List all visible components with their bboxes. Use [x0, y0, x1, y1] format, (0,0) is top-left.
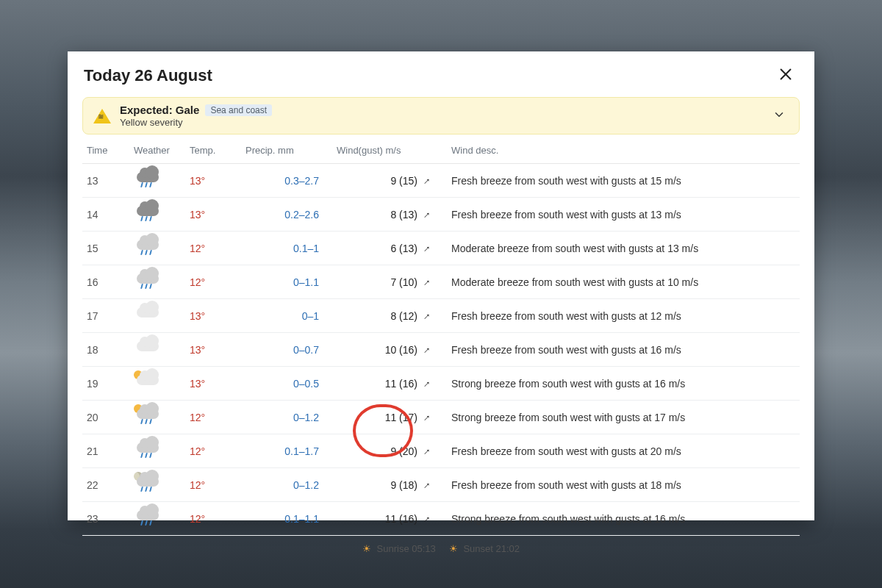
cell-time: 21: [82, 434, 129, 468]
table-row: 2112°0.1–1.79 (20)↑Fresh breeze from sou…: [82, 434, 800, 468]
cell-wind-desc: Fresh breeze from south west with gusts …: [447, 299, 800, 333]
cell-time: 20: [82, 401, 129, 434]
cell-weather: [129, 232, 185, 265]
cell-weather: [129, 198, 185, 232]
cell-wind-desc: Strong breeze from south west with gusts…: [447, 502, 800, 536]
col-temp: Temp.: [185, 140, 241, 164]
table-header-row: Time Weather Temp. Precip. mm Wind(gust)…: [82, 140, 800, 164]
sun-times: ☀ Sunrise 05:13 ☀ Sunset 21:02: [68, 543, 814, 554]
cell-wind-desc: Fresh breeze from south west with gusts …: [447, 198, 800, 232]
cell-wind: 9 (15): [332, 164, 420, 198]
cell-temp: 13°: [185, 367, 241, 401]
alert-texts: Expected: Gale Sea and coast Yellow seve…: [120, 104, 761, 128]
wind-arrow-icon: ↑: [421, 478, 433, 490]
cell-precip: 0–0.7: [241, 333, 332, 367]
cell-time: 22: [82, 468, 129, 502]
cell-precip: 0.1–1.1: [241, 502, 332, 536]
sun-cloud-icon: [134, 372, 165, 392]
cell-wind: 8 (13): [332, 198, 420, 232]
cell-precip: 0–1: [241, 299, 332, 333]
table-row: 2312°0.1–1.111 (16)↑Strong breeze from s…: [82, 502, 800, 536]
cell-weather: [129, 333, 185, 367]
cell-wind-desc: Moderate breeze from south west with gus…: [447, 265, 800, 299]
table-row: 1313°0.3–2.79 (15)↑Fresh breeze from sou…: [82, 164, 800, 198]
sunset-label: Sunset: [463, 543, 492, 554]
rain-icon: [134, 440, 165, 460]
cell-temp: 13°: [185, 198, 241, 232]
cell-time: 23: [82, 502, 129, 536]
cell-precip: 0.3–2.7: [241, 164, 332, 198]
forecast-table: Time Weather Temp. Precip. mm Wind(gust)…: [82, 140, 800, 536]
cell-wind-dir: ↑: [420, 333, 447, 367]
close-button[interactable]: [773, 63, 798, 88]
table-row: 1512°0.1–16 (13)↑Moderate breeze from so…: [82, 232, 800, 265]
cell-weather: [129, 265, 185, 299]
cell-wind: 7 (10): [332, 265, 420, 299]
sunrise-icon: ☀: [362, 543, 371, 554]
cell-wind-dir: ↑: [420, 502, 447, 536]
cell-wind: 11 (16): [332, 367, 420, 401]
forecast-panel: Today 26 August Expected: Gale Sea and c…: [68, 51, 814, 520]
cell-weather: [129, 401, 185, 434]
cell-precip: 0–1.2: [241, 468, 332, 502]
rain-icon: [134, 270, 165, 291]
sunset-icon: ☀: [449, 543, 458, 554]
cloud-light-icon: [134, 338, 165, 359]
cell-weather: [129, 299, 185, 333]
cell-wind: 9 (20): [332, 434, 420, 468]
table-row: 1813°0–0.710 (16)↑Fresh breeze from sout…: [82, 333, 800, 367]
cell-wind: 11 (16): [332, 502, 420, 536]
cell-wind-dir: ↑: [420, 299, 447, 333]
sun-rain-icon: [134, 406, 165, 426]
cell-wind-desc: Fresh breeze from south west with gusts …: [447, 333, 800, 367]
sunset: ☀ Sunset 21:02: [449, 543, 520, 554]
cloud-light-icon: [134, 304, 165, 325]
col-time: Time: [82, 140, 129, 164]
cell-wind-desc: Moderate breeze from south west with gus…: [447, 232, 800, 265]
cell-temp: 13°: [185, 299, 241, 333]
cell-wind-desc: Fresh breeze from south west with gusts …: [447, 164, 800, 198]
cell-wind-dir: ↑: [420, 265, 447, 299]
cell-temp: 12°: [185, 468, 241, 502]
cell-precip: 0.1–1.7: [241, 434, 332, 468]
cell-temp: 12°: [185, 434, 241, 468]
cell-temp: 12°: [185, 401, 241, 434]
sunrise-label: Sunrise: [377, 543, 409, 554]
sunrise-value: 05:13: [412, 543, 436, 554]
wind-arrow-icon: ↑: [421, 377, 433, 389]
table-row: 2212°0–1.29 (18)↑Fresh breeze from south…: [82, 468, 800, 502]
cell-time: 15: [82, 232, 129, 265]
cell-precip: 0–1.1: [241, 265, 332, 299]
alert-tag: Sea and coast: [205, 104, 272, 116]
table-row: 2012°0–1.211 (17)↑Strong breeze from sou…: [82, 401, 800, 434]
cell-precip: 0–1.2: [241, 401, 332, 434]
cell-temp: 13°: [185, 164, 241, 198]
cell-wind-desc: Strong breeze from south west with gusts…: [447, 401, 800, 434]
sunrise: ☀ Sunrise 05:13: [362, 543, 436, 554]
cell-wind-desc: Strong breeze from south west with gusts…: [447, 367, 800, 401]
cell-weather: [129, 434, 185, 468]
cell-wind-dir: ↑: [420, 434, 447, 468]
cell-weather: [129, 502, 185, 536]
cell-precip: 0.1–1: [241, 232, 332, 265]
cell-wind-dir: ↑: [420, 232, 447, 265]
cell-precip: 0.2–2.6: [241, 198, 332, 232]
rain-dark-icon: [134, 169, 165, 190]
wind-arrow-icon: ↑: [421, 343, 433, 355]
chevron-down-icon: [770, 105, 789, 126]
cell-temp: 12°: [185, 502, 241, 536]
col-wind-desc: Wind desc.: [447, 140, 800, 164]
cell-time: 13: [82, 164, 129, 198]
rain-icon: [134, 237, 165, 257]
cell-wind-dir: ↑: [420, 468, 447, 502]
cell-wind-dir: ↑: [420, 198, 447, 232]
wind-arrow-icon: ↑: [421, 309, 433, 321]
wind-arrow-icon: ↑: [421, 411, 433, 423]
table-row: 1612°0–1.17 (10)↑Moderate breeze from so…: [82, 265, 800, 299]
cell-wind: 8 (12): [332, 299, 420, 333]
cell-temp: 13°: [185, 333, 241, 367]
cell-wind: 10 (16): [332, 333, 420, 367]
wind-arrow-icon: ↑: [421, 445, 433, 456]
col-precip: Precip. mm: [241, 140, 332, 164]
weather-alert[interactable]: Expected: Gale Sea and coast Yellow seve…: [82, 97, 800, 135]
